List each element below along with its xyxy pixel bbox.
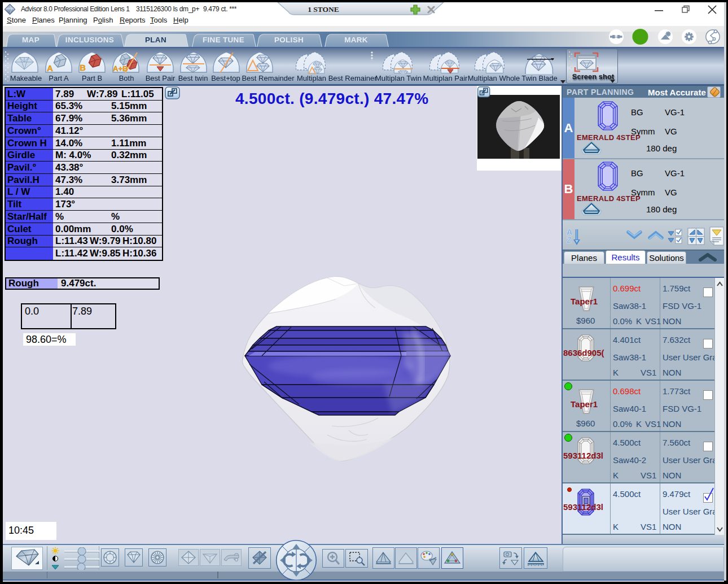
svg-text:A+B: A+B [113,64,128,73]
svg-text:A: A [47,63,53,73]
svg-text:B: B [80,63,86,72]
svg-text:Z: Z [567,236,572,245]
